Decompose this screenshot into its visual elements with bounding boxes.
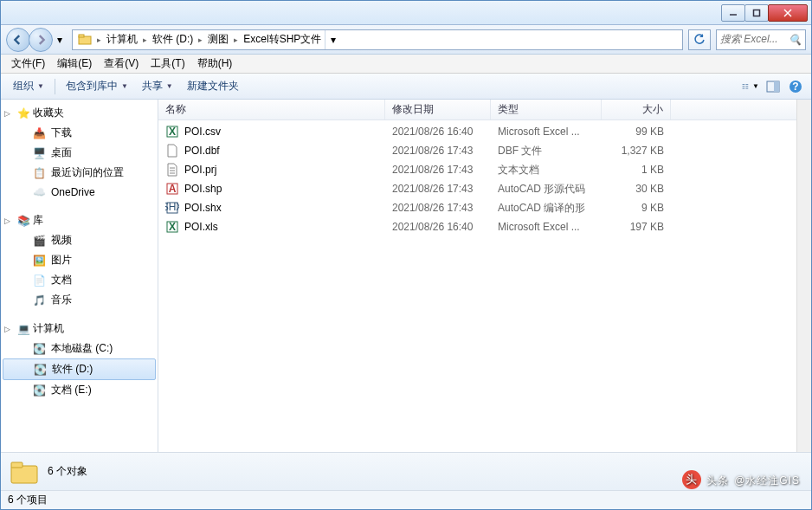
file-type: DBF 文件 xyxy=(491,144,602,158)
breadcrumb-computer[interactable]: 计算机 xyxy=(103,30,141,49)
sidebar-libraries-header[interactable]: ▷📚 库 xyxy=(1,210,158,230)
file-name: POI.prj xyxy=(184,164,216,176)
back-button[interactable] xyxy=(6,28,30,52)
document-icon: 📄 xyxy=(32,274,46,287)
address-row: ▾ ▸ 计算机 ▸ 软件 (D:) ▸ 测图 ▸ Excel转SHP文件 ▾ 搜… xyxy=(1,25,811,55)
view-options-button[interactable]: ▼ xyxy=(742,78,759,95)
file-type-icon xyxy=(165,163,179,177)
picture-icon: 🖼️ xyxy=(32,254,46,268)
drive-icon: 💽 xyxy=(33,363,47,377)
sidebar-item-pictures[interactable]: 🖼️图片 xyxy=(1,250,158,270)
close-button[interactable] xyxy=(768,4,808,22)
file-row[interactable]: XPOI.xls2021/08/26 16:40Microsoft Excel … xyxy=(158,217,796,236)
file-date: 2021/08/26 17:43 xyxy=(385,145,491,157)
file-size: 99 KB xyxy=(602,126,671,138)
status-item-count: 6 个项目 xyxy=(8,493,48,507)
file-row[interactable]: XPOI.csv2021/08/26 16:40Microsoft Excel … xyxy=(158,122,796,141)
file-row[interactable]: APOI.shp2021/08/26 17:43AutoCAD 形源代码30 K… xyxy=(158,179,796,198)
menu-edit[interactable]: 编辑(E) xyxy=(52,55,97,73)
file-row[interactable]: SHXPOI.shx2021/08/26 17:43AutoCAD 编译的形9 … xyxy=(158,198,796,217)
download-icon: 📥 xyxy=(32,126,46,140)
breadcrumb-drive[interactable]: 软件 (D:) xyxy=(149,30,197,49)
toolbar: 组织▼ 包含到库中▼ 共享▼ 新建文件夹 ▼ ? xyxy=(1,74,811,100)
include-in-library-button[interactable]: 包含到库中▼ xyxy=(61,76,133,96)
svg-rect-27 xyxy=(11,466,37,483)
svg-rect-5 xyxy=(79,35,84,37)
file-name: POI.shp xyxy=(184,183,222,195)
svg-text:SHX: SHX xyxy=(165,201,179,213)
history-dropdown[interactable]: ▾ xyxy=(53,31,67,48)
column-type[interactable]: 类型 xyxy=(491,100,602,119)
breadcrumb-folder2[interactable]: Excel转SHP文件 xyxy=(240,30,325,49)
sidebar-item-videos[interactable]: 🎬视频 xyxy=(1,230,158,250)
help-button[interactable]: ? xyxy=(787,78,804,95)
preview-pane-button[interactable] xyxy=(764,78,782,95)
details-pane: 6 个对象 xyxy=(1,452,811,490)
menu-view[interactable]: 查看(V) xyxy=(99,55,144,73)
maximize-button[interactable] xyxy=(744,4,769,22)
organize-button[interactable]: 组织▼ xyxy=(8,76,49,96)
svg-rect-10 xyxy=(745,86,748,87)
file-type: AutoCAD 编译的形 xyxy=(491,201,602,216)
file-type: Microsoft Excel ... xyxy=(491,221,602,233)
file-type-icon: SHX xyxy=(165,201,179,215)
status-bar: 6 个项目 xyxy=(1,490,811,509)
file-type-icon: X xyxy=(165,220,179,234)
forward-button[interactable] xyxy=(29,28,53,52)
sidebar-item-desktop[interactable]: 🖥️桌面 xyxy=(1,143,158,163)
star-icon: ⭐ xyxy=(16,107,30,120)
svg-rect-13 xyxy=(774,81,779,92)
window-controls xyxy=(722,4,808,22)
sidebar-item-music[interactable]: 🎵音乐 xyxy=(1,290,158,310)
column-date[interactable]: 修改日期 xyxy=(385,100,491,119)
file-date: 2021/08/26 17:43 xyxy=(385,202,491,214)
file-type-icon: X xyxy=(165,125,179,139)
column-headers: 名称 修改日期 类型 大小 xyxy=(158,100,796,120)
drive-icon: 💽 xyxy=(32,342,46,356)
refresh-button[interactable] xyxy=(688,29,711,50)
recent-icon: 📋 xyxy=(32,166,46,180)
sidebar-item-drive-e[interactable]: 💽文档 (E:) xyxy=(1,380,158,400)
menu-file[interactable]: 文件(F) xyxy=(6,55,50,73)
column-name[interactable]: 名称 xyxy=(158,100,385,119)
sidebar-item-recent[interactable]: 📋最近访问的位置 xyxy=(1,163,158,183)
sidebar-computer-header[interactable]: ▷💻 计算机 xyxy=(1,319,158,339)
sidebar-item-onedrive[interactable]: ☁️OneDrive xyxy=(1,183,158,202)
svg-text:A: A xyxy=(169,183,177,195)
chevron-right-icon: ▸ xyxy=(234,36,238,44)
sidebar-item-documents[interactable]: 📄文档 xyxy=(1,270,158,290)
file-row[interactable]: POI.dbf2021/08/26 17:43DBF 文件1,327 KB xyxy=(158,141,796,160)
menu-tools[interactable]: 工具(T) xyxy=(145,55,190,73)
svg-text:X: X xyxy=(169,126,176,138)
chevron-down-icon: ▼ xyxy=(121,82,128,90)
file-name: POI.xls xyxy=(184,221,218,233)
file-date: 2021/08/26 16:40 xyxy=(385,221,491,233)
video-icon: 🎬 xyxy=(32,234,46,248)
address-dropdown[interactable]: ▾ xyxy=(325,30,340,49)
address-bar[interactable]: ▸ 计算机 ▸ 软件 (D:) ▸ 测图 ▸ Excel转SHP文件 ▾ xyxy=(72,29,683,50)
new-folder-button[interactable]: 新建文件夹 xyxy=(182,76,244,96)
share-button[interactable]: 共享▼ xyxy=(137,76,178,96)
sidebar-item-drive-d[interactable]: 💽软件 (D:) xyxy=(3,358,156,380)
desktop-icon: 🖥️ xyxy=(32,146,46,160)
file-date: 2021/08/26 17:43 xyxy=(385,183,491,195)
search-input[interactable]: 搜索 Excel...🔍 xyxy=(716,29,806,50)
sidebar-favorites-header[interactable]: ▷⭐ 收藏夹 xyxy=(1,103,158,123)
music-icon: 🎵 xyxy=(32,294,46,307)
minimize-button[interactable] xyxy=(721,4,745,22)
svg-text:?: ? xyxy=(792,81,798,93)
search-icon: 🔍 xyxy=(788,33,802,47)
object-count-label: 6 个对象 xyxy=(48,464,87,479)
column-size[interactable]: 大小 xyxy=(602,100,671,119)
breadcrumb-folder1[interactable]: 测图 xyxy=(204,30,232,49)
sidebar-item-downloads[interactable]: 📥下载 xyxy=(1,123,158,143)
file-row[interactable]: POI.prj2021/08/26 17:43文本文档1 KB xyxy=(158,160,796,179)
sidebar-item-drive-c[interactable]: 💽本地磁盘 (C:) xyxy=(1,339,158,358)
file-name: POI.shx xyxy=(184,202,222,214)
folder-icon xyxy=(78,33,92,47)
vertical-scrollbar[interactable] xyxy=(796,100,811,452)
file-size: 30 KB xyxy=(602,183,671,195)
svg-text:X: X xyxy=(169,221,176,233)
menu-help[interactable]: 帮助(H) xyxy=(192,55,238,73)
drive-icon: 💽 xyxy=(32,384,46,397)
